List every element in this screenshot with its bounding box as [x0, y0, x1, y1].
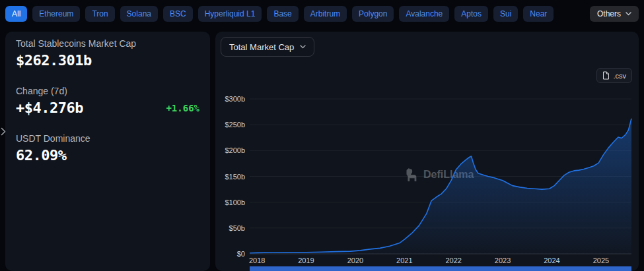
- y-axis-label: $200b: [225, 146, 245, 154]
- stablecoins-dashboard: AllEthereumTronSolanaBSCHyperliquid L1Ba…: [0, 0, 644, 271]
- csv-file-icon: [602, 71, 610, 80]
- csv-label: .csv: [613, 72, 626, 80]
- y-axis-label: $150b: [225, 173, 245, 181]
- x-axis-label: 2021: [396, 256, 412, 264]
- chart-area-fill: [250, 119, 631, 254]
- x-axis-label: 2022: [445, 256, 461, 264]
- change-value: +$4.276b: [16, 100, 83, 116]
- chain-filter-bar: AllEthereumTronSolanaBSCHyperliquid L1Ba…: [0, 0, 644, 26]
- metric-dropdown-label: Total Market Cap: [229, 42, 294, 52]
- chevron-down-icon: [626, 12, 631, 16]
- change-percent-badge: +1.66%: [166, 103, 199, 113]
- y-axis-label: $300b: [225, 95, 245, 103]
- others-dropdown-button[interactable]: Others: [590, 6, 639, 22]
- y-axis-label: $50b: [229, 224, 245, 232]
- x-axis-label: 2019: [298, 256, 314, 264]
- chain-tab-bsc[interactable]: BSC: [163, 6, 193, 22]
- market-cap-label: Total Stablecoins Market Cap: [16, 38, 199, 49]
- chart-panel: Total Market Cap .csv DefiLlama: [215, 32, 639, 271]
- chain-tab-arbitrum[interactable]: Arbitrum: [304, 6, 347, 22]
- chain-tab-ethereum[interactable]: Ethereum: [32, 6, 80, 22]
- chain-tab-base[interactable]: Base: [267, 6, 298, 22]
- chain-tab-solana[interactable]: Solana: [120, 6, 158, 22]
- y-axis-label: $0: [237, 250, 245, 258]
- expand-chevron-icon[interactable]: [1, 127, 6, 138]
- chain-tab-sui[interactable]: Sui: [493, 6, 518, 22]
- stats-panel: Total Stablecoins Market Cap $262.301b C…: [5, 32, 210, 271]
- chain-tab-hyperliquid-l1[interactable]: Hyperliquid L1: [198, 6, 262, 22]
- chain-tab-all[interactable]: All: [5, 6, 27, 22]
- x-axis-label: 2020: [347, 256, 363, 264]
- main-content: Total Stablecoins Market Cap $262.301b C…: [0, 26, 644, 271]
- usdt-dominance-value: 62.09%: [16, 147, 199, 164]
- datazoom-slider[interactable]: [250, 266, 631, 271]
- y-axis-label: $250b: [225, 121, 245, 129]
- x-axis-label: 2024: [544, 256, 559, 264]
- chain-tab-tron[interactable]: Tron: [85, 6, 114, 22]
- chain-tab-aptos[interactable]: Aptos: [454, 6, 488, 22]
- chain-tab-near[interactable]: Near: [523, 6, 554, 22]
- others-label: Others: [597, 9, 621, 18]
- chain-tab-list: AllEthereumTronSolanaBSCHyperliquid L1Ba…: [5, 6, 554, 22]
- market-cap-value: $262.301b: [16, 52, 199, 69]
- y-axis-label: $100b: [225, 198, 245, 206]
- change-row: +$4.276b +1.66%: [16, 100, 199, 116]
- change-label: Change (7d): [16, 86, 199, 96]
- metric-dropdown-button[interactable]: Total Market Cap: [221, 37, 314, 57]
- x-axis-label: 2025: [593, 256, 609, 264]
- download-csv-button[interactable]: .csv: [596, 68, 632, 83]
- chain-tab-polygon[interactable]: Polygon: [352, 6, 394, 22]
- usdt-dominance-label: USDT Dominance: [16, 133, 199, 144]
- x-axis-label: 2018: [249, 256, 265, 264]
- chevron-down-icon: [300, 45, 306, 49]
- chain-tab-avalanche[interactable]: Avalanche: [399, 6, 449, 22]
- x-axis-label: 2023: [495, 256, 511, 264]
- market-cap-area-chart[interactable]: $0$50b$100b$150b$200b$250b$300b201820192…: [215, 91, 639, 271]
